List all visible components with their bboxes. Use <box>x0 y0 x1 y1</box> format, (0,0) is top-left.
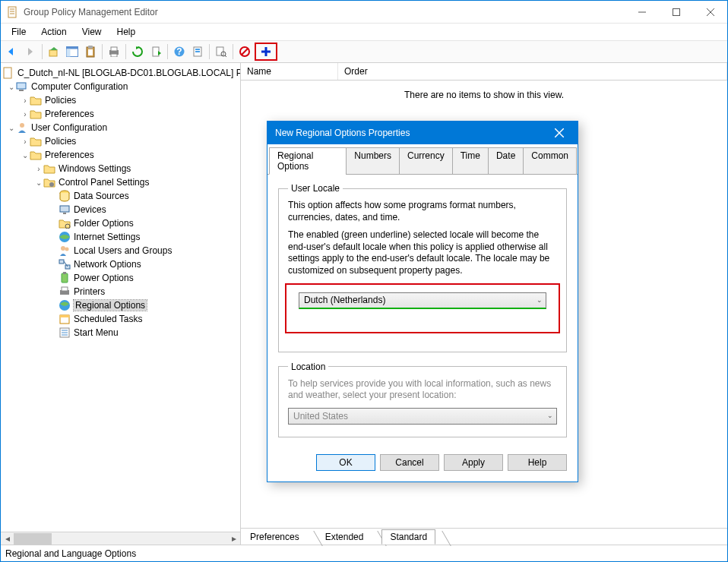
print-button[interactable] <box>106 43 122 60</box>
tab-regional-options[interactable]: Regional Options <box>269 147 347 175</box>
svg-rect-38 <box>63 213 66 214</box>
svg-rect-0 <box>8 7 16 17</box>
menubar: File Action View Help <box>1 24 727 40</box>
tab-date[interactable]: Date <box>488 147 524 175</box>
tree-cc-policies[interactable]: › Policies <box>1 93 240 107</box>
dialog-body: User Locale This option affects how some… <box>267 175 578 481</box>
location-combobox[interactable]: United States ⌄ <box>288 408 557 425</box>
legend-user-locale: User Locale <box>288 183 343 194</box>
tree-user-config[interactable]: ⌄ User Configuration <box>1 121 240 134</box>
tree-folder-options[interactable]: Folder Options <box>1 216 240 230</box>
tree-scheduled-tasks[interactable]: Scheduled Tasks <box>1 312 240 326</box>
filter-button[interactable] <box>189 43 206 60</box>
svg-line-26 <box>225 55 226 57</box>
menu-view[interactable]: View <box>74 25 109 39</box>
statusbar: Regional and Language Options <box>1 545 727 561</box>
refresh-button[interactable] <box>129 43 146 60</box>
users-icon <box>59 245 71 257</box>
tree-cc-preferences[interactable]: › Preferences <box>1 107 240 121</box>
svg-rect-8 <box>49 50 57 56</box>
titlebar: Group Policy Management Editor <box>1 1 727 24</box>
svg-line-28 <box>242 49 248 55</box>
tab-standard[interactable]: Standard <box>381 529 435 545</box>
menu-help[interactable]: Help <box>109 25 144 39</box>
power-icon <box>59 272 71 284</box>
svg-rect-31 <box>4 68 11 78</box>
tree-pane[interactable]: C_Dutch_nl-NL [BLOGLAB-DC01.BLOGLAB.LOCA… <box>1 63 241 545</box>
tree-computer-config[interactable]: ⌄ Computer Configuration <box>1 80 240 93</box>
locale-combobox[interactable]: Dutch (Netherlands) ⌄ <box>299 292 546 309</box>
tree-regional-options[interactable]: Regional Options <box>1 298 240 312</box>
expand-icon[interactable]: › <box>21 137 30 146</box>
calendar-icon <box>59 313 71 325</box>
tab-common[interactable]: Common <box>523 147 577 175</box>
tab-preferences[interactable]: Preferences <box>242 530 307 544</box>
tab-numbers[interactable]: Numbers <box>346 147 400 175</box>
scroll-left-icon[interactable]: ◂ <box>1 532 14 545</box>
ok-button[interactable]: OK <box>316 454 375 471</box>
tree-data-sources[interactable]: Data Sources <box>1 189 240 203</box>
tree-network-options[interactable]: Network Options <box>1 257 240 271</box>
tree-hscrollbar[interactable]: ◂ ▸ <box>1 532 240 545</box>
tree-cp-settings[interactable]: ⌄ Control Panel Settings <box>1 175 240 189</box>
tree-windows-settings[interactable]: › Windows Settings <box>1 162 240 175</box>
menu-action[interactable]: Action <box>33 25 74 39</box>
col-order[interactable]: Order <box>338 63 727 80</box>
chevron-down-icon: ⌄ <box>547 412 553 419</box>
collapse-icon[interactable]: ⌄ <box>7 124 16 132</box>
scroll-thumb[interactable] <box>14 533 52 545</box>
help-button[interactable]: ? <box>171 43 188 60</box>
back-button[interactable] <box>4 43 21 60</box>
legend-location: Location <box>288 362 328 372</box>
tab-extended[interactable]: Extended <box>318 530 372 544</box>
paste-button[interactable] <box>82 43 99 60</box>
svg-rect-13 <box>88 46 93 49</box>
tree-root[interactable]: C_Dutch_nl-NL [BLOGLAB-DC01.BLOGLAB.LOCA… <box>1 66 240 80</box>
tree-printers[interactable]: Printers <box>1 285 240 298</box>
svg-rect-33 <box>19 90 24 91</box>
help-button[interactable]: Help <box>508 454 567 471</box>
scroll-icon <box>2 67 14 79</box>
svg-rect-16 <box>111 47 117 51</box>
tab-time[interactable]: Time <box>452 147 489 175</box>
globe-icon <box>59 299 71 311</box>
tree-power-options[interactable]: Power Options <box>1 271 240 285</box>
stop-button[interactable] <box>236 43 253 60</box>
dialog-close-button[interactable] <box>544 123 574 143</box>
maximize-button[interactable] <box>659 1 693 24</box>
svg-point-34 <box>20 123 24 128</box>
tree-internet-settings[interactable]: Internet Settings <box>1 230 240 244</box>
apply-button[interactable]: Apply <box>444 454 503 471</box>
tree-devices[interactable]: Devices <box>1 203 240 216</box>
export-button[interactable] <box>147 43 164 60</box>
window-title: Group Policy Management Editor <box>24 7 625 17</box>
find-button[interactable] <box>213 43 229 60</box>
forward-button[interactable] <box>22 43 39 60</box>
menu-file[interactable]: File <box>4 25 33 39</box>
show-hide-tree-button[interactable] <box>64 43 81 60</box>
dialog-titlebar[interactable]: New Regional Options Properties <box>267 122 578 144</box>
svg-point-35 <box>49 182 54 187</box>
up-button[interactable] <box>46 43 62 60</box>
svg-rect-23 <box>195 51 200 52</box>
folder-icon <box>43 163 55 175</box>
tree-local-users[interactable]: Local Users and Groups <box>1 244 240 257</box>
locale-highlight: Dutch (Netherlands) ⌄ <box>285 283 560 333</box>
add-button[interactable] <box>258 43 274 60</box>
col-name[interactable]: Name <box>241 63 338 80</box>
expand-icon[interactable]: › <box>21 96 30 105</box>
minimize-button[interactable] <box>625 1 659 24</box>
scroll-right-icon[interactable]: ▸ <box>227 532 240 545</box>
tree-start-menu[interactable]: Start Menu <box>1 326 240 339</box>
collapse-icon[interactable]: ⌄ <box>34 178 43 187</box>
expand-icon[interactable]: › <box>21 110 30 118</box>
tree-uc-preferences[interactable]: ⌄ Preferences <box>1 148 240 162</box>
cancel-button[interactable]: Cancel <box>380 454 439 471</box>
expand-icon[interactable]: › <box>34 165 43 173</box>
collapse-icon[interactable]: ⌄ <box>7 83 16 91</box>
collapse-icon[interactable]: ⌄ <box>21 151 30 159</box>
folder-icon <box>30 135 42 147</box>
close-button[interactable] <box>693 1 727 24</box>
tree-uc-policies[interactable]: › Policies <box>1 134 240 148</box>
tab-currency[interactable]: Currency <box>399 147 453 175</box>
